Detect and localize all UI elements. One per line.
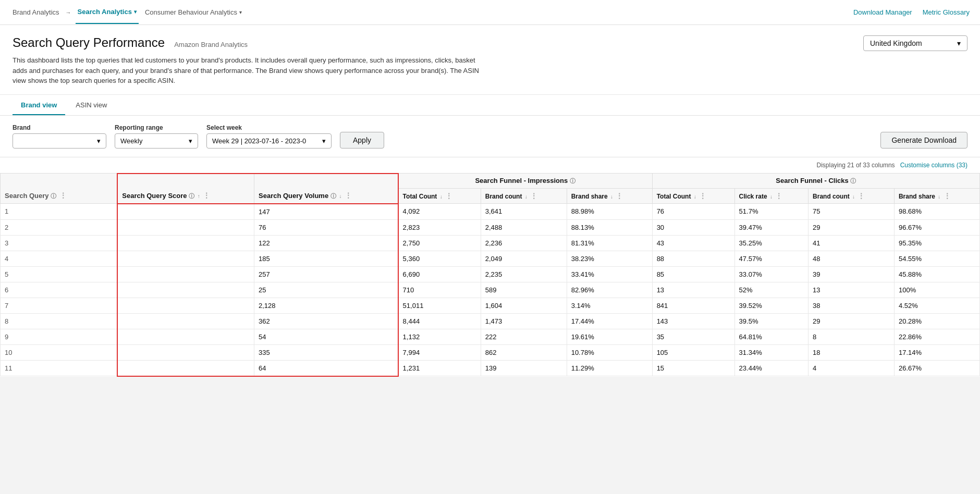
clk-brand-count-sort-icon[interactable]: ↓ bbox=[852, 194, 855, 200]
sq-volume-info-icon[interactable]: ⓘ bbox=[330, 193, 336, 199]
cell-imp-total: 7,994 bbox=[398, 344, 481, 360]
nav-brand-analytics[interactable]: Brand Analytics bbox=[10, 1, 62, 23]
cell-query: 7 bbox=[1, 298, 118, 313]
consumer-caret: ▾ bbox=[239, 9, 242, 15]
col-header-clk-rate: Click rate ↓ ⋮ bbox=[734, 189, 808, 204]
week-value: Week 29 | 2023-07-16 - 2023-0 bbox=[212, 137, 306, 145]
cell-imp-brand-count: 222 bbox=[481, 329, 567, 344]
search-analytics-caret: ▾ bbox=[134, 9, 137, 15]
cell-clk-rate: 39.47% bbox=[734, 219, 808, 235]
cell-imp-brand-share: 33.41% bbox=[567, 266, 652, 282]
clk-brand-count-menu-icon[interactable]: ⋮ bbox=[858, 192, 865, 200]
cell-sq-score bbox=[117, 219, 254, 235]
cell-sq-volume: 64 bbox=[254, 360, 398, 376]
tab-brand-view[interactable]: Brand view bbox=[13, 95, 65, 115]
search-query-info-icon[interactable]: ⓘ bbox=[51, 193, 56, 199]
cell-sq-score bbox=[117, 329, 254, 344]
reporting-range-value: Weekly bbox=[120, 137, 142, 145]
clicks-group-info-icon[interactable]: ⓘ bbox=[850, 178, 856, 184]
generate-download-button[interactable]: Generate Download bbox=[880, 132, 967, 149]
cell-imp-brand-share: 17.44% bbox=[567, 313, 652, 329]
nav-right: Download Manager Metric Glossary bbox=[853, 8, 970, 16]
brand-caret-icon: ▾ bbox=[97, 137, 101, 145]
table-row: 41855,3602,04938.23%8847.57%4854.55% bbox=[1, 251, 980, 266]
imp-total-menu-icon[interactable]: ⋮ bbox=[445, 192, 452, 200]
clk-rate-sort-icon[interactable]: ↓ bbox=[770, 194, 773, 200]
cell-clk-brand-share: 95.35% bbox=[894, 235, 979, 251]
cell-clk-total: 85 bbox=[652, 266, 734, 282]
table-row: 103357,99486210.78%10531.34%1817.14% bbox=[1, 344, 980, 360]
cell-clk-brand-share: 45.88% bbox=[894, 266, 979, 282]
sq-score-sort-asc-icon[interactable]: ↑ bbox=[198, 193, 200, 199]
col-group-clicks: Search Funnel - Clicks ⓘ bbox=[652, 174, 979, 189]
page-header: Search Query Performance Amazon Brand An… bbox=[0, 25, 980, 95]
cell-sq-volume: 54 bbox=[254, 329, 398, 344]
table-row: 2762,8232,48888.13%3039.47%2996.67% bbox=[1, 219, 980, 235]
nav-consumer-behaviour[interactable]: Consumer Behaviour Analytics ▾ bbox=[143, 1, 244, 23]
cell-sq-volume: 76 bbox=[254, 219, 398, 235]
cell-clk-brand-share: 4.52% bbox=[894, 298, 979, 313]
country-caret-icon: ▾ bbox=[957, 39, 961, 47]
sq-volume-menu-icon[interactable]: ⋮ bbox=[345, 191, 352, 200]
filter-bar: Brand ▾ Reporting range Weekly ▾ Select … bbox=[0, 116, 980, 157]
search-query-menu-icon[interactable]: ⋮ bbox=[59, 191, 67, 200]
clk-brand-share-menu-icon[interactable]: ⋮ bbox=[944, 192, 951, 200]
imp-total-sort-icon[interactable]: ↓ bbox=[440, 194, 443, 200]
cell-clk-brand-count: 75 bbox=[808, 204, 895, 220]
page-header-top: Search Query Performance Amazon Brand An… bbox=[13, 35, 967, 86]
cell-clk-brand-count: 29 bbox=[808, 313, 895, 329]
cell-sq-score bbox=[117, 313, 254, 329]
select-week-filter-group: Select week Week 29 | 2023-07-16 - 2023-… bbox=[206, 124, 332, 149]
metric-glossary-link[interactable]: Metric Glossary bbox=[923, 8, 970, 16]
cell-clk-rate: 47.57% bbox=[734, 251, 808, 266]
cell-clk-total: 143 bbox=[652, 313, 734, 329]
imp-brand-share-sort-icon[interactable]: ↓ bbox=[610, 194, 613, 200]
cell-query: 9 bbox=[1, 329, 118, 344]
customise-columns-link[interactable]: Customise columns (33) bbox=[900, 162, 967, 169]
reporting-range-select[interactable]: Weekly ▾ bbox=[115, 133, 198, 149]
week-caret-icon: ▾ bbox=[322, 137, 326, 145]
cell-imp-brand-share: 88.98% bbox=[567, 204, 652, 220]
sq-score-info-icon[interactable]: ⓘ bbox=[189, 193, 194, 199]
clk-brand-share-sort-icon[interactable]: ↓ bbox=[938, 194, 940, 200]
cell-query: 5 bbox=[1, 266, 118, 282]
nav-search-analytics[interactable]: Search Analytics ▾ bbox=[76, 1, 139, 24]
clk-total-menu-icon[interactable]: ⋮ bbox=[699, 192, 706, 200]
cell-imp-brand-share: 82.96% bbox=[567, 282, 652, 298]
week-select[interactable]: Week 29 | 2023-07-16 - 2023-0 ▾ bbox=[206, 133, 332, 149]
cell-clk-total: 35 bbox=[652, 329, 734, 344]
reporting-range-label: Reporting range bbox=[115, 124, 198, 131]
cell-imp-brand-count: 139 bbox=[481, 360, 567, 376]
cell-imp-brand-count: 2,488 bbox=[481, 219, 567, 235]
cell-clk-brand-count: 41 bbox=[808, 235, 895, 251]
imp-brand-count-menu-icon[interactable]: ⋮ bbox=[530, 192, 537, 200]
page-subtitle: Amazon Brand Analytics bbox=[174, 41, 248, 48]
clk-total-sort-icon[interactable]: ↓ bbox=[694, 194, 696, 200]
table-row: 83628,4441,47317.44%14339.5%2920.28% bbox=[1, 313, 980, 329]
cell-imp-brand-count: 862 bbox=[481, 344, 567, 360]
cell-imp-brand-share: 19.61% bbox=[567, 329, 652, 344]
cell-clk-total: 105 bbox=[652, 344, 734, 360]
cell-sq-volume: 335 bbox=[254, 344, 398, 360]
clk-rate-menu-icon[interactable]: ⋮ bbox=[775, 192, 782, 200]
brand-select[interactable]: ▾ bbox=[13, 133, 106, 149]
imp-brand-share-menu-icon[interactable]: ⋮ bbox=[616, 192, 623, 200]
cell-sq-score bbox=[117, 344, 254, 360]
cell-imp-total: 6,690 bbox=[398, 266, 481, 282]
table-row: 11641,23113911.29%1523.44%426.67% bbox=[1, 360, 980, 376]
cell-imp-total: 8,444 bbox=[398, 313, 481, 329]
apply-button[interactable]: Apply bbox=[340, 132, 384, 149]
cell-clk-total: 15 bbox=[652, 360, 734, 376]
country-selector[interactable]: United Kingdom ▾ bbox=[863, 35, 967, 51]
download-manager-link[interactable]: Download Manager bbox=[853, 8, 912, 16]
sq-score-menu-icon[interactable]: ⋮ bbox=[203, 191, 210, 200]
tabs-bar: Brand view ASIN view bbox=[0, 95, 980, 116]
imp-brand-count-sort-icon[interactable]: ↓ bbox=[525, 194, 528, 200]
page-title-block: Search Query Performance Amazon Brand An… bbox=[13, 35, 482, 86]
sq-volume-sort-desc-icon[interactable]: ↓ bbox=[339, 193, 341, 199]
tab-asin-view[interactable]: ASIN view bbox=[67, 95, 115, 115]
impressions-group-info-icon[interactable]: ⓘ bbox=[570, 178, 575, 184]
cell-query: 3 bbox=[1, 235, 118, 251]
table-row: 52576,6902,23533.41%8533.07%3945.88% bbox=[1, 266, 980, 282]
cell-imp-brand-share: 38.23% bbox=[567, 251, 652, 266]
